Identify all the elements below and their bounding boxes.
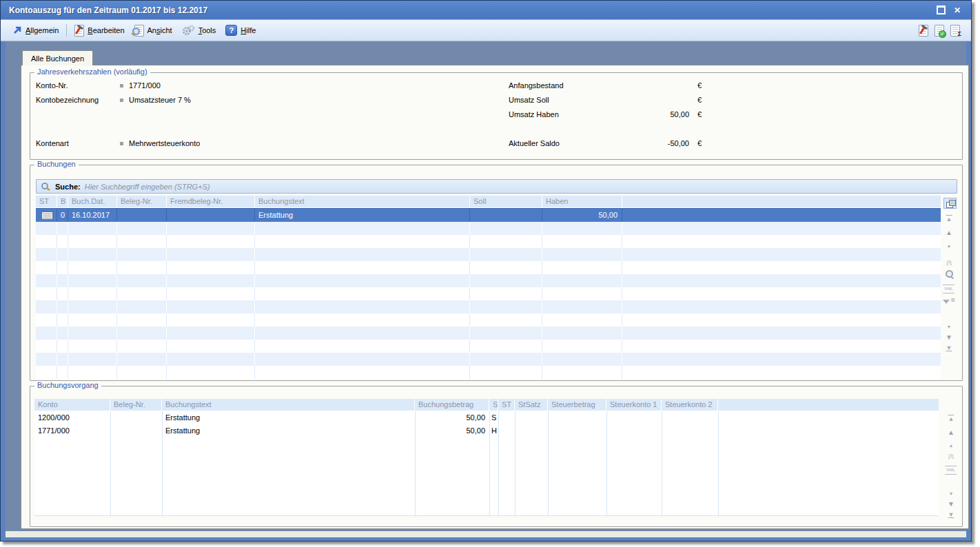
empty-booking-row[interactable] <box>36 313 941 327</box>
field-value: Mehrwertsteuerkonto <box>129 139 200 147</box>
column-header-stsatz[interactable]: StSatz <box>515 399 548 411</box>
column-header-soll[interactable]: Soll <box>470 196 542 207</box>
empty-booking-row[interactable] <box>36 235 941 248</box>
scroll-to-top-icon[interactable] <box>942 214 956 225</box>
buchungen-table-header: STBBuch.Dat.Beleg-Nr.Fremdbeleg-Nr.Buchu… <box>36 196 941 208</box>
main-area: Alle Buchungen Jahresverkehrszahlen (vor… <box>6 41 966 537</box>
scroll-to-bottom-icon[interactable] <box>944 510 958 521</box>
move-up-icon[interactable] <box>942 228 956 239</box>
empty-booking-row[interactable] <box>36 274 941 287</box>
empty-booking-row[interactable] <box>36 248 941 261</box>
step-up-icon[interactable] <box>942 241 956 252</box>
cell-buchungstext: Erstattung <box>255 209 470 222</box>
column-header-buch-dat-[interactable]: Buch.Dat. <box>68 196 117 207</box>
column-width-icon[interactable] <box>944 451 958 462</box>
column-header-b[interactable]: B <box>57 196 68 207</box>
column-header-beleg-nr-[interactable]: Beleg-Nr. <box>117 196 167 207</box>
field-label: Anfangsbestand <box>509 81 564 90</box>
menu-bearbeiten[interactable]: Bearbeiten <box>70 23 129 39</box>
posting-row[interactable]: 1200/000 Erstattung 50,00 S <box>34 411 939 424</box>
posting-row[interactable]: 1771/000 Erstattung 50,00 H <box>34 424 939 437</box>
empty-booking-row[interactable] <box>36 366 941 379</box>
section-buchungen: Buchungen Suche: Hier Suchbegriff eingeb… <box>30 165 963 381</box>
cell-fremdbeleg-nr <box>167 209 255 222</box>
column-header-konto[interactable]: Konto <box>34 399 110 411</box>
empty-booking-row[interactable] <box>36 300 941 313</box>
column-header-buchungsbetrag[interactable]: Buchungsbetrag <box>415 399 489 411</box>
menu-label: Allgemein <box>25 26 59 34</box>
section-buchungsvorgang: Buchungsvorgang KontoBeleg-Nr.Buchungste… <box>30 386 963 527</box>
step-up-icon[interactable] <box>944 441 958 452</box>
bullet-icon <box>120 142 123 145</box>
scroll-to-top-icon[interactable] <box>944 414 958 425</box>
section-jahresverkehrszahlen: Jahresverkehrszahlen (vorläufig) Konto-N… <box>30 72 963 160</box>
column-header-fremdbeleg-nr-[interactable]: Fremdbeleg-Nr. <box>167 196 255 207</box>
menu-label: Bearbeiten <box>88 26 124 34</box>
gears-icon <box>182 25 195 36</box>
xml-export-icon[interactable] <box>943 285 955 293</box>
column-header-steuerkonto-1[interactable]: Steuerkonto 1 <box>606 399 662 411</box>
move-down-icon[interactable] <box>944 499 958 510</box>
currency-symbol: € <box>697 110 702 118</box>
booking-row-selected[interactable]: 0 16.10.2017 Erstattung 50,00 <box>36 208 941 222</box>
amount-value: 50,00 <box>600 110 689 118</box>
filter-icon[interactable] <box>942 296 956 307</box>
column-header-steuerbetrag[interactable]: Steuerbetrag <box>548 399 606 411</box>
move-down-icon[interactable] <box>942 333 956 344</box>
cell-b: 0 <box>57 209 68 222</box>
buchungsvorgang-table: KontoBeleg-Nr.BuchungstextBuchungsbetrag… <box>34 399 939 516</box>
buchungsvorgang-table-header: KontoBeleg-Nr.BuchungstextBuchungsbetrag… <box>34 399 939 411</box>
xml-export-icon[interactable] <box>945 466 957 475</box>
field-label: Aktueller Saldo <box>509 139 560 147</box>
empty-booking-row[interactable] <box>36 340 941 353</box>
step-down-icon[interactable] <box>944 489 958 500</box>
titlebar[interactable]: Kontoauszug für den Zeitraum 01.2017 bis… <box>1 1 971 20</box>
currency-symbol: € <box>697 81 702 90</box>
empty-booking-row[interactable] <box>36 327 941 340</box>
move-up-icon[interactable] <box>944 428 958 439</box>
column-header-haben[interactable]: Haben <box>542 196 622 207</box>
scroll-to-bottom-icon[interactable] <box>942 343 956 354</box>
tab-alle-buchungen[interactable]: Alle Buchungen <box>22 50 93 65</box>
column-chooser-icon[interactable] <box>943 198 957 209</box>
column-header-buchungstext[interactable]: Buchungstext <box>255 196 470 207</box>
empty-booking-row[interactable] <box>36 261 941 274</box>
column-header-steuerkonto-2[interactable]: Steuerkonto 2 <box>662 399 718 411</box>
column-width-icon[interactable] <box>942 258 956 269</box>
cell-buchungstext: Erstattung <box>162 424 415 437</box>
menu-tools[interactable]: Tools <box>177 23 221 38</box>
empty-booking-row[interactable] <box>36 353 941 366</box>
close-icon[interactable] <box>950 4 964 16</box>
cell-steuerbetrag <box>548 424 606 437</box>
help-icon <box>225 25 237 36</box>
menu-hilfe[interactable]: Hilfe <box>221 23 261 38</box>
restore-icon[interactable] <box>934 4 948 16</box>
column-header-st[interactable]: ST <box>36 196 57 207</box>
column-header-s[interactable]: S <box>489 399 498 411</box>
menubar: Allgemein Bearbeiten Ansicht Tools <box>1 20 971 41</box>
document-hammer-icon[interactable] <box>919 25 928 37</box>
column-header-buchungstext[interactable]: Buchungstext <box>162 399 415 411</box>
search-icon[interactable] <box>942 269 956 280</box>
screen: Kontoauszug für den Zeitraum 01.2017 bis… <box>0 0 980 547</box>
menu-allgemein[interactable]: Allgemein <box>8 24 63 37</box>
menu-label: Tools <box>198 26 216 34</box>
empty-booking-row[interactable] <box>36 287 941 300</box>
cell-buchungstext: Erstattung <box>162 411 415 424</box>
search-input[interactable]: Suche: Hier Suchbegriff eingeben (STRG+S… <box>36 179 957 194</box>
cell-stsatz <box>515 411 548 424</box>
empty-booking-row[interactable] <box>36 222 941 235</box>
column-header-beleg-nr-[interactable]: Beleg-Nr. <box>110 399 162 411</box>
search-placeholder: Hier Suchbegriff eingeben (STRG+S) <box>85 183 210 191</box>
cell-steuerbetrag <box>548 411 606 424</box>
document-sum-icon[interactable] <box>950 25 960 37</box>
cell-steuerkonto-1 <box>606 424 662 437</box>
menu-label: Hilfe <box>241 26 256 34</box>
column-header-st[interactable]: ST <box>498 399 515 411</box>
buchungen-table: STBBuch.Dat.Beleg-Nr.Fremdbeleg-Nr.Buchu… <box>36 196 941 379</box>
cell-buch-dat: 16.10.2017 <box>68 209 117 222</box>
step-down-icon[interactable] <box>942 322 956 333</box>
menu-ansicht[interactable]: Ansicht <box>130 23 177 39</box>
cell-beleg-nr <box>117 209 167 222</box>
document-check-icon[interactable] <box>935 25 944 37</box>
